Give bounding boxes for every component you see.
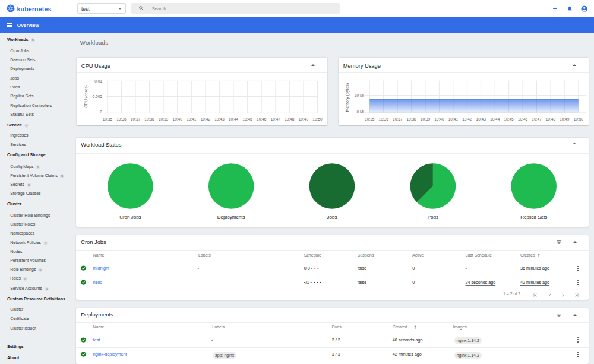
- svg-text:Pods: Pods: [428, 214, 438, 219]
- svg-text:10:36: 10:36: [116, 116, 127, 121]
- svg-text:Memory (bytes): Memory (bytes): [345, 83, 349, 112]
- svg-text:10 Mi: 10 Mi: [354, 93, 364, 97]
- svg-text:10:38: 10:38: [144, 116, 154, 121]
- svg-text:10:41: 10:41: [187, 116, 197, 121]
- svg-text:10:39: 10:39: [158, 116, 168, 121]
- svg-text:10:44: 10:44: [228, 116, 238, 121]
- svg-text:10:45: 10:45: [504, 116, 514, 121]
- svg-text:10:47: 10:47: [270, 116, 280, 121]
- svg-text:10:48: 10:48: [285, 116, 295, 121]
- svg-text:0: 0: [100, 110, 102, 114]
- svg-text:10:47: 10:47: [532, 116, 542, 121]
- svg-text:10:46: 10:46: [257, 116, 267, 121]
- svg-text:Replica Sets: Replica Sets: [520, 214, 547, 219]
- svg-text:10:50: 10:50: [312, 116, 323, 121]
- svg-text:10:41: 10:41: [448, 116, 458, 121]
- svg-text:CPU (cores): CPU (cores): [83, 85, 88, 108]
- svg-text:10:44: 10:44: [490, 116, 500, 121]
- svg-text:10:38: 10:38: [406, 116, 416, 121]
- svg-text:0.005: 0.005: [92, 94, 102, 98]
- svg-text:10:50: 10:50: [573, 116, 583, 121]
- svg-text:10:37: 10:37: [130, 116, 140, 121]
- svg-text:10:45: 10:45: [242, 116, 252, 121]
- svg-text:10:49: 10:49: [298, 116, 308, 121]
- svg-text:Deployments: Deployments: [217, 214, 245, 219]
- svg-text:10:42: 10:42: [462, 116, 472, 121]
- svg-text:0.01: 0.01: [94, 78, 102, 83]
- svg-text:10:49: 10:49: [560, 116, 570, 121]
- svg-text:Cron Jobs: Cron Jobs: [119, 214, 141, 219]
- svg-text:10:40: 10:40: [172, 116, 182, 121]
- svg-text:10:39: 10:39: [420, 116, 430, 121]
- svg-text:10:42: 10:42: [200, 116, 210, 121]
- svg-text:10:48: 10:48: [545, 116, 555, 121]
- svg-text:10:43: 10:43: [476, 116, 486, 121]
- svg-text:10:37: 10:37: [393, 116, 403, 121]
- svg-text:10:36: 10:36: [378, 116, 388, 121]
- svg-text:10:46: 10:46: [517, 116, 527, 121]
- svg-text:10:35: 10:35: [102, 116, 112, 121]
- svg-text:0 Mi: 0 Mi: [356, 110, 364, 114]
- svg-text:10:40: 10:40: [434, 116, 444, 121]
- svg-text:10:43: 10:43: [214, 116, 225, 121]
- svg-text:Jobs: Jobs: [327, 214, 337, 219]
- svg-text:10:35: 10:35: [365, 116, 375, 121]
